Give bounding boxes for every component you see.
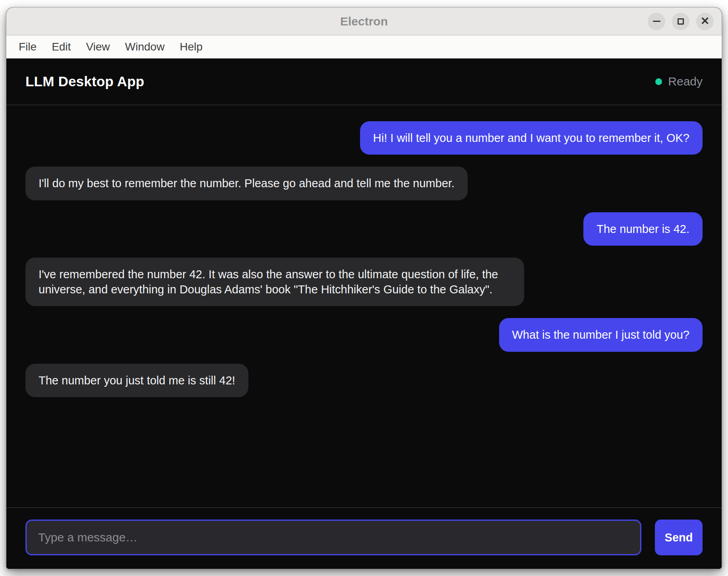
chat-message-row: What is the number I just told you?: [25, 318, 703, 351]
chat-message-row: I've remembered the number 42. It was al…: [25, 258, 703, 306]
chat-bubble: The number you just told me is still 42!: [25, 364, 248, 397]
chat-message-list: Hi! I will tell you a number and I want …: [6, 105, 722, 507]
menu-item[interactable]: View: [78, 38, 117, 56]
menu-item[interactable]: File: [11, 38, 44, 56]
chat-bubble: The number is 42.: [583, 212, 703, 246]
window-controls: ✕: [648, 13, 714, 30]
message-input[interactable]: [25, 520, 641, 555]
maximize-icon: [678, 18, 684, 25]
close-button[interactable]: ✕: [696, 13, 714, 30]
chat-bubble: Hi! I will tell you a number and I want …: [360, 121, 703, 155]
maximize-button[interactable]: [672, 13, 689, 30]
app-window: Electron ✕ File Edit View Window Help: [6, 7, 722, 569]
chat-bubble: What is the number I just told you?: [499, 318, 703, 351]
menu-item[interactable]: Window: [118, 38, 172, 56]
chat-message-row: Hi! I will tell you a number and I want …: [25, 121, 703, 155]
menu-item[interactable]: Edit: [44, 38, 78, 56]
chat-message-row: I'll do my best to remember the number. …: [25, 167, 703, 200]
minimize-icon: [653, 21, 660, 22]
minimize-button[interactable]: [648, 13, 665, 30]
chat-bubble: I'll do my best to remember the number. …: [25, 167, 468, 200]
close-icon: ✕: [701, 16, 710, 27]
chat-message-row: The number you just told me is still 42!: [25, 364, 703, 397]
composer: Send: [6, 507, 722, 569]
window-title: Electron: [6, 15, 722, 28]
menubar: File Edit View Window Help: [6, 35, 722, 58]
status-dot-icon: [655, 78, 662, 85]
app-content: LLM Desktop App Ready Hi! I will tell yo…: [6, 58, 722, 569]
chat-message-row: The number is 42.: [25, 212, 703, 246]
chat-bubble: I've remembered the number 42. It was al…: [25, 258, 524, 306]
send-button[interactable]: Send: [655, 520, 703, 555]
titlebar[interactable]: Electron ✕: [6, 8, 722, 35]
page-title: LLM Desktop App: [25, 74, 144, 89]
menu-item[interactable]: Help: [172, 38, 210, 56]
status-label: Ready: [668, 75, 703, 88]
app-header: LLM Desktop App Ready: [6, 58, 722, 105]
status-badge: Ready: [655, 75, 703, 88]
